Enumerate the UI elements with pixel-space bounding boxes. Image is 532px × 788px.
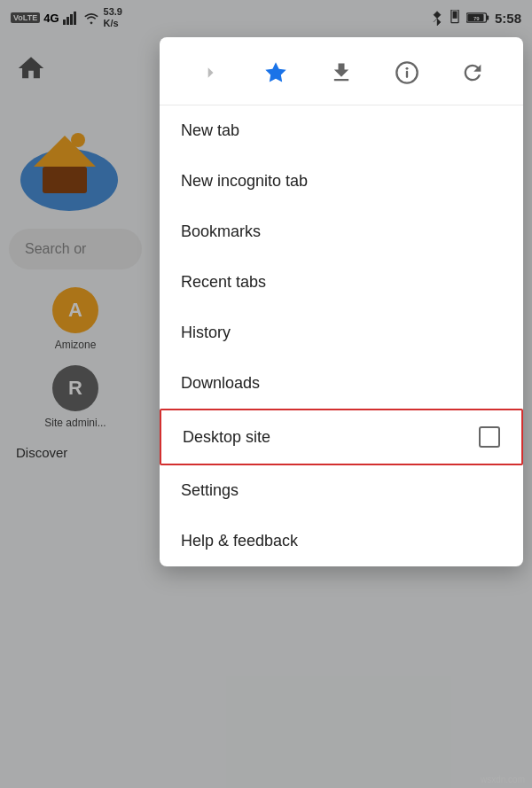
menu-item-history[interactable]: History xyxy=(160,308,523,358)
bookmark-button[interactable] xyxy=(256,53,295,92)
dropdown-menu: New tab New incognito tab Bookmarks Rece… xyxy=(160,37,523,566)
menu-item-help-feedback[interactable]: Help & feedback xyxy=(160,516,523,566)
page-info-button[interactable] xyxy=(387,53,426,92)
menu-item-bookmarks[interactable]: Bookmarks xyxy=(160,207,523,257)
menu-item-downloads[interactable]: Downloads xyxy=(160,358,523,409)
menu-item-recent-tabs[interactable]: Recent tabs xyxy=(160,257,523,308)
refresh-button[interactable] xyxy=(453,53,492,92)
forward-icon xyxy=(198,60,223,85)
info-icon xyxy=(395,60,419,85)
star-filled-icon xyxy=(263,60,288,85)
refresh-icon xyxy=(460,60,485,85)
menu-item-new-tab[interactable]: New tab xyxy=(160,105,523,156)
forward-button[interactable] xyxy=(191,53,230,92)
menu-item-settings[interactable]: Settings xyxy=(160,465,523,516)
menu-toolbar xyxy=(160,37,523,105)
download-button[interactable] xyxy=(322,53,361,92)
desktop-site-label: Desktop site xyxy=(183,428,270,447)
menu-item-desktop-site[interactable]: Desktop site xyxy=(160,409,523,465)
menu-item-new-incognito-tab[interactable]: New incognito tab xyxy=(160,156,523,207)
download-icon xyxy=(329,60,354,85)
desktop-site-checkbox[interactable] xyxy=(479,426,500,448)
